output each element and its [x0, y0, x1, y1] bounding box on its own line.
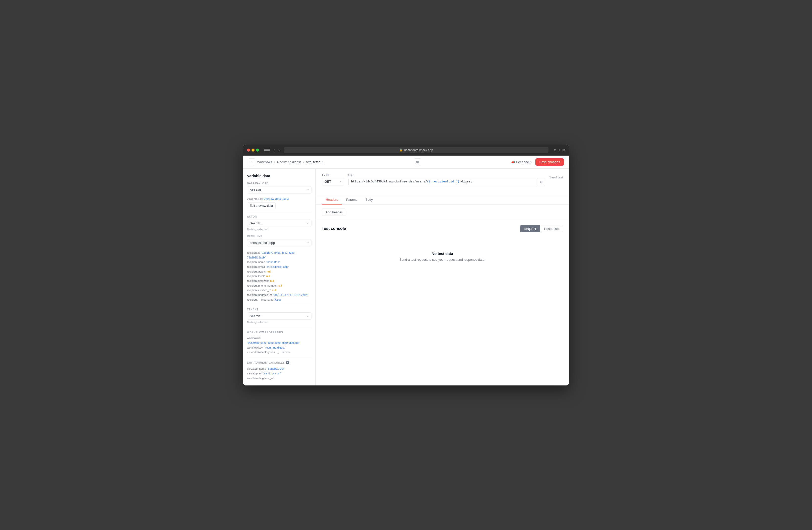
recipient-data-row: recipient.name "Chris Bell": [247, 260, 311, 265]
actor-nothing-selected: Nothing selected: [247, 228, 311, 231]
test-console-header: Test console RequestResponse: [322, 225, 563, 232]
request-section: Type GET URL https://84c5df439d74.ngrok-…: [316, 169, 569, 195]
data-payload-select[interactable]: API Call: [247, 186, 311, 194]
browser-chrome: ‹ › 🔒 dashboard.knock.app ⬆ + ⧉: [243, 144, 569, 156]
workflow-id-row: workflow.id "006e938f-98e6-408e-a9de-dbb…: [247, 336, 311, 345]
url-column: URL https://84c5df439d74.ngrok-free.dev/…: [348, 174, 545, 186]
back-button[interactable]: ‹: [273, 147, 276, 153]
app-body: Variable data DATA PAYLOAD API Call vari…: [243, 169, 569, 386]
type-url-row: Type GET URL https://84c5df439d74.ngrok-…: [322, 174, 563, 186]
sidebar-toggle[interactable]: [264, 148, 270, 152]
add-header-button[interactable]: Add header: [322, 209, 346, 216]
tenant-section: TENANT Search... Nothing selected: [247, 308, 311, 324]
tab-params[interactable]: Params: [342, 195, 361, 205]
workflow-categories-count: 0 items: [281, 351, 290, 353]
close-button[interactable]: [247, 149, 250, 152]
env-label-row: ENVIRONMENT VARIABLES i: [247, 361, 311, 364]
layout-toggle-button[interactable]: ⊞: [414, 158, 421, 165]
workflow-id-key: workflow.id: [247, 336, 261, 339]
tenant-nothing-selected: Nothing selected: [247, 321, 311, 324]
feedback-button[interactable]: 📣 Feedback?: [511, 160, 532, 164]
send-test-button[interactable]: Send test: [549, 174, 563, 181]
workflow-categories-key: › workflow.categories: [249, 351, 275, 353]
url-input[interactable]: https://84c5df439d74.ngrok-free.dev/user…: [349, 178, 537, 185]
empty-state: No test data Send a test request to see …: [322, 236, 563, 277]
tabs-row: HeadersParamsBody: [316, 195, 569, 205]
recipient-data-row: recipient.updated_at "2021-11-17T17:13:1…: [247, 293, 311, 297]
type-label: Type: [322, 174, 344, 177]
new-tab-button[interactable]: +: [559, 148, 561, 152]
headers-section: Add header: [316, 205, 569, 220]
megaphone-icon: 📣: [511, 160, 515, 164]
minimize-button[interactable]: [251, 149, 255, 152]
empty-state-desc: Send a test request to see your request …: [400, 258, 485, 262]
traffic-lights: [247, 149, 259, 152]
env-variables-section: ENVIRONMENT VARIABLES i vars.app_name "S…: [247, 361, 311, 380]
recipient-section: RECIPIENT chris@knock.app: [247, 235, 311, 247]
recipient-select[interactable]: chris@knock.app: [247, 239, 311, 247]
env-data-row: vars.branding.icon_url: [247, 376, 311, 381]
recipient-data-row: recipient.phone_number null: [247, 283, 311, 288]
url-text: https://84c5df439d74.ngrok-free.dev/user…: [351, 180, 427, 183]
tab-body[interactable]: Body: [361, 195, 377, 205]
recipient-data-row: recipient.email "chris@knock.app": [247, 265, 311, 269]
browser-window: ‹ › 🔒 dashboard.knock.app ⬆ + ⧉ ← Workfl…: [243, 144, 569, 386]
url-text: /digest: [460, 180, 472, 183]
console-tab-request[interactable]: Request: [520, 225, 540, 232]
copy-icon: ⧉: [540, 180, 542, 184]
method-select[interactable]: GET: [322, 178, 344, 185]
workflow-categories-row: › › workflow.categories [ ] 0 items: [247, 350, 311, 354]
expand-icon: ›: [247, 351, 248, 353]
send-test-col: Send test: [549, 174, 563, 181]
url-label: URL: [348, 174, 545, 177]
workflow-properties-label: WORKFLOW PROPERTIES: [247, 331, 311, 334]
address-bar[interactable]: 🔒 dashboard.knock.app: [284, 147, 548, 153]
env-data-list: vars.app_name "Sandbox-Dev"vars.app_url …: [247, 366, 311, 380]
breadcrumb-recurring-digest[interactable]: Recurring digest: [277, 160, 301, 164]
maximize-button[interactable]: [256, 149, 259, 152]
env-variables-label: ENVIRONMENT VARIABLES: [247, 361, 285, 364]
variable-key-text: variableKey: [247, 197, 263, 201]
header-right: 📣 Feedback? Save changes: [511, 158, 564, 166]
header-center: ⊞: [414, 158, 421, 165]
forward-button[interactable]: ›: [277, 147, 280, 153]
workflow-id-val: "006e938f-98e6-408e-a9de-dbb04d0f83d5": [247, 341, 300, 344]
layout-icon: ⊞: [416, 160, 419, 164]
test-console-title: Test console: [322, 226, 346, 231]
recipient-data-row: recipient.__typename "User": [247, 297, 311, 302]
url-input-row: https://84c5df439d74.ngrok-free.dev/user…: [348, 178, 545, 186]
recipient-label: RECIPIENT: [247, 235, 311, 238]
edit-preview-data-button[interactable]: Edit preview data: [247, 203, 276, 209]
console-tab-response[interactable]: Response: [540, 225, 563, 232]
workflow-properties-section: WORKFLOW PROPERTIES workflow.id "006e938…: [247, 331, 311, 354]
tab-headers[interactable]: Headers: [322, 195, 342, 205]
workflow-data-list: workflow.id "006e938f-98e6-408e-a9de-dbb…: [247, 336, 311, 354]
actor-select[interactable]: Search...: [247, 220, 311, 227]
tabs-overview-button[interactable]: ⧉: [563, 148, 565, 152]
breadcrumb-workflows[interactable]: Workflows: [257, 160, 272, 164]
recipient-data-row: recipient.created_at null: [247, 288, 311, 293]
sidebar-title: Variable data: [247, 174, 311, 178]
save-changes-button[interactable]: Save changes: [535, 158, 564, 166]
recipient-data-row: recipient.locale null: [247, 274, 311, 279]
env-data-row: vars.app_name "Sandbox-Dev": [247, 366, 311, 371]
breadcrumb: ← Workflows › Recurring digest › http_fe…: [248, 158, 324, 165]
workflow-key-val: "recurring-digest": [264, 346, 285, 349]
type-column: Type GET: [322, 174, 344, 185]
empty-state-title: No test data: [432, 251, 453, 256]
browser-nav: ‹ ›: [264, 147, 281, 153]
share-button[interactable]: ⬆: [553, 148, 556, 152]
actor-label: ACTOR: [247, 215, 311, 218]
copy-url-button[interactable]: ⧉: [537, 178, 545, 186]
breadcrumb-back-button[interactable]: ←: [248, 158, 255, 165]
actor-section: ACTOR Search... Nothing selected: [247, 215, 311, 231]
console-tabs: RequestResponse: [520, 225, 563, 232]
test-console: Test console RequestResponse No test dat…: [316, 220, 569, 386]
breadcrumb-current: http_fetch_1: [306, 160, 324, 164]
tenant-select[interactable]: Search...: [247, 312, 311, 320]
address-text: dashboard.knock.app: [404, 148, 433, 152]
data-payload-label: DATA PAYLOAD: [247, 182, 311, 185]
variable-key-row: variableKey Preview data value: [247, 197, 311, 201]
workflow-key-row: workflow.key "recurring-digest": [247, 345, 311, 350]
preview-data-link[interactable]: Preview data value: [264, 197, 289, 201]
